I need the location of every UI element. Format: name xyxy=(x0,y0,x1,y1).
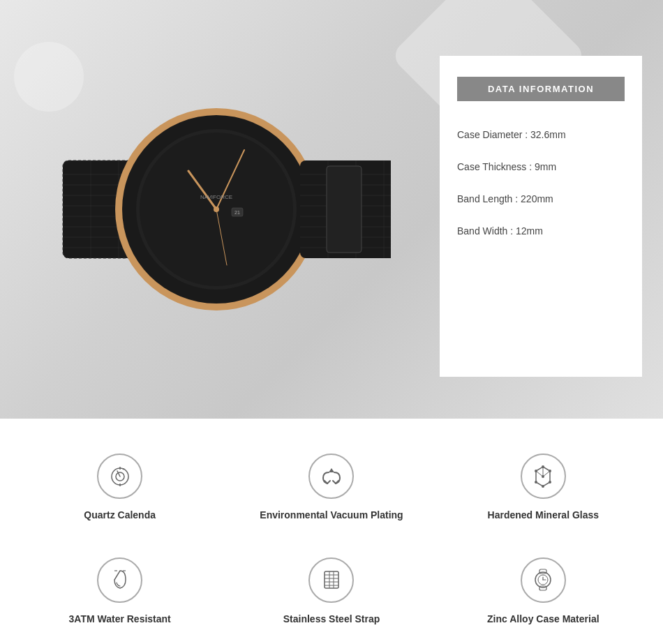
hexagon-icon xyxy=(521,454,566,499)
feature-water-resistant: 3ATM Water Resistant xyxy=(14,551,225,634)
feature-hardened-mineral-glass: Hardened Mineral Glass xyxy=(438,447,649,530)
zinc-alloy-label: Zinc Alloy Case Material xyxy=(487,613,599,627)
spec-band-length: Band Length : 220mm xyxy=(457,183,625,215)
svg-line-54 xyxy=(543,471,550,477)
svg-text:NAVIFORCE: NAVIFORCE xyxy=(200,194,232,200)
feature-stainless-steel-strap: Stainless Steel Strap xyxy=(225,551,437,634)
svg-line-55 xyxy=(536,471,543,477)
quartz-calenda-label: Quartz Calenda xyxy=(84,509,156,523)
quartz-calenda-icon xyxy=(97,454,142,499)
watch-image-area: NAVIFORCE 21 xyxy=(21,21,412,398)
svg-point-49 xyxy=(542,485,544,488)
svg-text:21: 21 xyxy=(234,210,240,215)
water-resistant-label: 3ATM Water Resistant xyxy=(69,613,171,627)
spec-case-thickness: Case Thickness : 9mm xyxy=(457,151,625,183)
data-panel-title: DATA INFORMATION xyxy=(457,77,625,101)
hardened-mineral-glass-label: Hardened Mineral Glass xyxy=(488,509,599,523)
svg-point-20 xyxy=(214,207,219,212)
feature-zinc-alloy-case: Zinc Alloy Case Material xyxy=(438,551,649,634)
mesh-strap-icon xyxy=(308,557,354,603)
watch-case-icon xyxy=(521,557,566,603)
recycle-icon xyxy=(308,454,354,499)
water-drop-icon xyxy=(97,557,142,603)
features-section: Quartz Calenda Environmental Vacuum Plat… xyxy=(0,419,663,644)
feature-environmental-vacuum: Environmental Vacuum Plating xyxy=(225,447,437,530)
svg-point-48 xyxy=(549,481,551,484)
svg-rect-40 xyxy=(327,166,362,253)
data-panel: DATA INFORMATION Case Diameter : 32.6mm … xyxy=(440,56,642,377)
spec-case-diameter: Case Diameter : 32.6mm xyxy=(457,119,625,151)
hero-section: NAVIFORCE 21 xyxy=(0,0,663,419)
svg-point-50 xyxy=(535,481,537,484)
environmental-vacuum-label: Environmental Vacuum Plating xyxy=(260,509,403,523)
stainless-steel-strap-label: Stainless Steel Strap xyxy=(283,613,380,627)
feature-quartz-calenda: Quartz Calenda xyxy=(14,447,225,530)
spec-band-width: Band Width : 12mm xyxy=(457,215,625,247)
